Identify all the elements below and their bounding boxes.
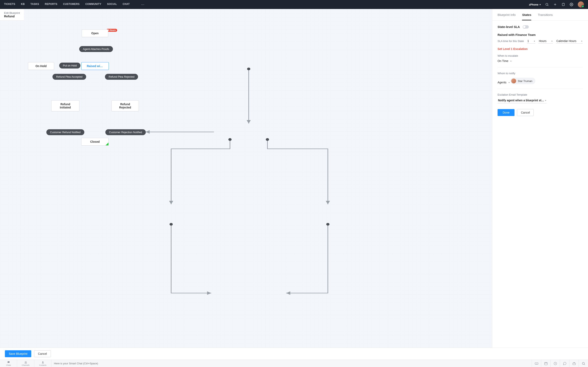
nav-tasks[interactable]: TASKS xyxy=(30,3,39,7)
share-icon[interactable] xyxy=(569,360,579,367)
chat-icon[interactable] xyxy=(560,360,569,367)
when-group: When to escalate On Time ▾ xyxy=(498,54,583,67)
nav-chat[interactable]: CHAT xyxy=(123,3,130,7)
chevron-down-icon: ▾ xyxy=(581,40,582,42)
edit-label: Edit Blueprint xyxy=(4,11,20,15)
state-refund-rejected[interactable]: Refund Rejected xyxy=(112,100,139,111)
chevron-down-icon: ▾ xyxy=(552,40,553,42)
state-closed[interactable]: Closed xyxy=(81,138,109,146)
agent-avatar-icon xyxy=(511,78,516,83)
tab-blueprint-info[interactable]: Blueprint Info xyxy=(498,9,516,20)
bb-chats-label: Chats xyxy=(6,364,11,366)
agent-name: Star Truman xyxy=(518,80,532,83)
chevron-down-icon: ▾ xyxy=(534,40,535,42)
state-name-title: Raised with Finance Team xyxy=(498,33,583,36)
blueprint-canvas: Edit Blueprint Refund xyxy=(0,9,492,360)
connector-lines xyxy=(0,9,492,360)
keyboard-icon[interactable] xyxy=(532,360,541,367)
agent-pill[interactable]: Star Truman xyxy=(510,78,535,84)
gear-icon[interactable] xyxy=(570,3,573,6)
history-icon[interactable] xyxy=(550,360,560,367)
canvas-header: Edit Blueprint Refund xyxy=(0,9,24,21)
state-raised-with-finance[interactable]: Raised with Fin... xyxy=(81,62,109,70)
transition-cust-reject-notified[interactable]: Customer Rejection Notified xyxy=(105,129,146,135)
svg-line-1 xyxy=(548,5,548,6)
panel-tabs: Blueprint Info States Transitions xyxy=(492,9,588,21)
sla-toggle[interactable] xyxy=(523,25,529,29)
bb-contacts[interactable]: Contacts xyxy=(34,360,52,367)
when-label: When to escalate xyxy=(498,54,583,57)
template-label: Esclation Email Template xyxy=(498,93,583,96)
diagram[interactable]: 6 Hours Open On Hold Raised with Fin... … xyxy=(0,9,492,360)
chevron-down-icon: ▾ xyxy=(509,81,510,83)
cancel-blueprint-button[interactable]: Cancel xyxy=(34,350,51,357)
nav-community[interactable]: COMMUNITY xyxy=(85,3,102,7)
svg-rect-16 xyxy=(535,363,538,364)
sla-toggle-row: State-level SLA xyxy=(498,25,583,29)
sla-unit-select[interactable]: Hours ▾ xyxy=(538,39,553,44)
state-open[interactable]: Open xyxy=(82,29,108,37)
whom-value: Agents xyxy=(498,81,507,84)
transition-plea-accepted[interactable]: Refund Plea Accepted xyxy=(52,74,86,80)
tab-transitions[interactable]: Transitions xyxy=(538,9,553,20)
whom-label: Whom to notify xyxy=(498,72,583,75)
sla-value: 1 xyxy=(527,39,529,43)
whom-group: Whom to notify Agents ▾ Star Truman xyxy=(498,72,583,89)
transition-put-on-hold[interactable]: Put on Hold xyxy=(59,63,80,68)
sla-unit: Hours xyxy=(539,39,546,43)
bb-contacts-label: Contacts xyxy=(39,364,47,366)
nav-customers[interactable]: CUSTOMERS xyxy=(63,3,80,7)
nav-more-icon[interactable]: ⋯ xyxy=(141,3,144,7)
panel-body: State-level SLA Raised with Finance Team… xyxy=(492,21,588,120)
svg-line-30 xyxy=(584,364,585,365)
user-avatar[interactable] xyxy=(578,1,584,8)
search-icon[interactable] xyxy=(579,360,588,367)
state-refund-initiated[interactable]: Refund Initiated xyxy=(51,100,79,111)
svg-point-10 xyxy=(266,138,269,141)
transition-cust-refund-notified[interactable]: Customer Refund Notified xyxy=(46,129,84,135)
svg-rect-22 xyxy=(545,362,547,365)
panel-actions: Done Cancel xyxy=(498,109,583,116)
bb-channels[interactable]: Channels xyxy=(17,360,34,367)
calendar-icon[interactable] xyxy=(541,360,550,367)
transition-agent-attaches[interactable]: Agent Attaches Proofs xyxy=(79,46,113,52)
nav-tickets[interactable]: TICKETS xyxy=(4,3,15,7)
save-blueprint-button[interactable]: Save Blueprint xyxy=(5,350,31,357)
sla-time-label: SLA time for this State xyxy=(498,40,524,43)
bb-chats[interactable]: Chats xyxy=(0,360,17,367)
tab-states[interactable]: States xyxy=(522,9,531,20)
template-select[interactable]: Notify agent when a blueprint state i...… xyxy=(498,98,546,103)
svg-point-0 xyxy=(546,3,548,6)
nav-social[interactable]: SOCIAL xyxy=(107,3,117,7)
sla-calendar: Calendar Hours xyxy=(556,39,576,43)
bb-right xyxy=(532,360,588,367)
whom-select[interactable]: Agents ▾ xyxy=(498,80,510,85)
sla-calendar-select[interactable]: Calendar Hours ▾ xyxy=(556,39,583,44)
svg-point-15 xyxy=(42,361,43,362)
svg-point-29 xyxy=(582,362,585,365)
bb-channels-label: Channels xyxy=(22,364,29,366)
phone-dropdown[interactable]: zPhone ▾ xyxy=(529,3,541,6)
chevron-down-icon: ▾ xyxy=(545,99,546,101)
phone-label: zPhone xyxy=(529,3,538,6)
right-panel: Blueprint Info States Transitions State-… xyxy=(492,9,588,360)
add-icon[interactable] xyxy=(553,3,557,6)
notification-icon[interactable] xyxy=(562,3,565,6)
sla-time-row: SLA time for this State 1 ▾ Hours ▾ Cale… xyxy=(498,39,583,44)
escalation-title: Set Level 1 Escalation xyxy=(498,47,583,50)
search-icon[interactable] xyxy=(545,3,549,6)
bottom-bar: Chats Channels Contacts xyxy=(0,360,588,367)
cancel-button[interactable]: Cancel xyxy=(517,109,534,116)
done-button[interactable]: Done xyxy=(498,109,515,116)
template-value: Notify agent when a blueprint state i... xyxy=(498,99,545,102)
nav-kb[interactable]: KB xyxy=(21,3,25,7)
sla-value-select[interactable]: 1 ▾ xyxy=(527,39,535,44)
canvas-footer: Save Blueprint Cancel xyxy=(0,348,588,360)
when-select[interactable]: On Time ▾ xyxy=(498,58,511,63)
transition-plea-rejected[interactable]: Refund Plea Rejected xyxy=(105,74,138,80)
nav-reports[interactable]: REPORTS xyxy=(45,3,57,7)
svg-rect-4 xyxy=(562,3,564,6)
state-on-hold[interactable]: On Hold xyxy=(28,62,54,70)
smart-chat-input[interactable] xyxy=(54,362,529,365)
chevron-down-icon: ▾ xyxy=(510,60,511,62)
